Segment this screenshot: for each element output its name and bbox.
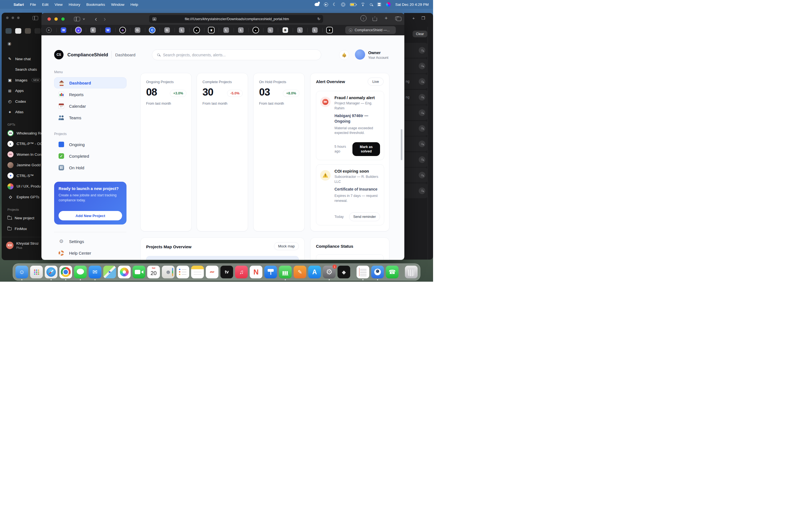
menubar-item-bookmarks[interactable]: Bookmarks [83, 2, 108, 6]
downloads-icon[interactable]: ↓ [360, 15, 366, 21]
new-tab-icon[interactable]: + [412, 16, 415, 21]
gpt-item[interactable]: ✦ CTRL-S™ [2, 171, 42, 181]
nav-item[interactable]: Ongoing [54, 139, 127, 150]
avatar[interactable] [355, 49, 365, 60]
search-icon[interactable] [419, 172, 425, 178]
reload-icon[interactable]: ↻ [317, 17, 320, 21]
pinned-tab[interactable]: L [293, 25, 308, 35]
minimize-window-icon[interactable] [54, 17, 58, 21]
dock-icon-photos[interactable] [118, 266, 131, 278]
search-icon[interactable] [419, 141, 425, 147]
pinned-tab[interactable]: G [130, 25, 145, 35]
dock-separator[interactable] [402, 266, 402, 278]
dock-icon-mail[interactable]: ✉ [89, 266, 101, 278]
sidebar-toggle-icon[interactable] [33, 16, 38, 20]
nav-item[interactable]: Teams [54, 112, 127, 123]
pinned-tab[interactable]: L [263, 25, 278, 35]
send-reminder-button[interactable]: Send reminder [349, 212, 380, 221]
battery-icon[interactable] [350, 3, 356, 6]
list-item[interactable] [404, 184, 428, 198]
dock-icon-freeform[interactable]: ~ [206, 266, 218, 278]
list-item[interactable] [404, 121, 428, 136]
search-input[interactable]: Search projects, documents, alerts... [152, 49, 321, 60]
nav-item[interactable]: ✓ Completed [54, 150, 127, 162]
gpt-item[interactable]: FR Wholesaling Re [2, 128, 42, 138]
gpt-item[interactable]: Jasmine Godd [2, 160, 42, 171]
menubar-item-view[interactable]: View [52, 2, 66, 6]
sidebar-item[interactable]: ✦ Atlas [2, 107, 42, 118]
back-button[interactable]: ‹ [95, 16, 97, 23]
sidebar-item-new-project[interactable]: New project [2, 213, 42, 224]
tab-overview-icon[interactable]: ❐ [421, 16, 425, 21]
pinned-tab[interactable]: ▲ [189, 25, 204, 35]
dock-icon-messages[interactable] [74, 266, 87, 278]
menubar-app-name[interactable]: Safari [11, 2, 27, 6]
sidebar-item-finmox[interactable]: FinMox [2, 223, 42, 234]
gpt-item[interactable]: UI / UX, Produ [2, 181, 42, 192]
play-circle-icon[interactable]: ▶ [324, 2, 328, 6]
dock-icon-phone[interactable]: ☎ [386, 266, 398, 278]
notifications-button[interactable] [339, 50, 349, 60]
search-icon[interactable] [419, 94, 425, 101]
sidebar-item[interactable]: ⊞ Apps [2, 86, 42, 97]
dock-icon-finder[interactable]: ☺ [15, 266, 28, 278]
airdrop-icon[interactable] [341, 2, 345, 6]
dock-icon-launchpad[interactable] [30, 266, 43, 278]
nav-item[interactable]: Help Center [54, 247, 127, 259]
live-badge[interactable]: Live [367, 78, 383, 86]
dock-icon-news[interactable]: N [250, 266, 262, 278]
pinned-tab[interactable]: W [101, 25, 115, 35]
list-item[interactable]: ng [404, 74, 428, 89]
window-controls[interactable] [47, 17, 64, 21]
scrollbar[interactable] [401, 129, 402, 160]
new-tab-icon[interactable]: + [383, 15, 389, 21]
dock-icon-trash[interactable] [405, 266, 418, 278]
privacy-shield-icon[interactable] [153, 17, 156, 21]
list-item[interactable] [404, 167, 428, 182]
gpt-item[interactable]: FMG Women In Con [2, 149, 42, 160]
pinned-tab[interactable]: W [56, 25, 71, 35]
gpt-item[interactable]: ◇ Explore GPTs [2, 192, 42, 202]
gpt-item[interactable]: ▸ CTRL-P™ - OG [2, 138, 42, 149]
left-window-toolbar-icons[interactable] [5, 28, 41, 34]
pinned-tab[interactable]: ◆ [41, 25, 56, 35]
sidebar-item[interactable]: ▣ Images NEW [2, 75, 42, 86]
pinned-tab[interactable]: E [86, 25, 101, 35]
close-window-icon[interactable] [47, 17, 51, 21]
control-center-icon[interactable] [377, 2, 381, 6]
share-icon[interactable] [373, 17, 377, 21]
add-new-project-button[interactable]: Add New Project [59, 211, 122, 220]
list-item[interactable]: ng [404, 90, 428, 105]
pinned-tab[interactable]: L [307, 25, 322, 35]
pinned-tab[interactable]: ♕ [204, 25, 219, 35]
nav-item[interactable]: On Hold [54, 162, 127, 173]
list-item[interactable] [404, 152, 428, 167]
tab-complianceshield[interactable]: ◆ ComplianceShield —... [345, 26, 396, 34]
sidebar-item[interactable]: Search chats [2, 64, 42, 75]
dock-icon-facetime[interactable] [133, 266, 145, 278]
pinned-tab[interactable]: L [234, 25, 249, 35]
nav-item[interactable]: Dashboard [54, 77, 127, 88]
dock-icon-reminders[interactable] [176, 266, 189, 278]
background-window-right[interactable]: + ❐ Clear ng ng [404, 13, 433, 260]
sidebar-item[interactable]: ✎ New chat [2, 54, 42, 64]
dock-icon-pages[interactable]: ✎ [294, 266, 306, 278]
dock-icon-apple-tv[interactable]: tv [220, 266, 233, 278]
nav-item[interactable]: ⚙ Settings [54, 236, 127, 247]
dock-icon-keynote[interactable] [264, 266, 277, 278]
list-item[interactable] [404, 43, 428, 58]
search-icon[interactable] [419, 47, 425, 54]
menubar-item-file[interactable]: File [27, 2, 39, 6]
dock-icon-system-settings[interactable]: ⚙ 1 [323, 266, 336, 278]
window-controls-inactive[interactable] [6, 17, 19, 19]
focus-moon-icon[interactable]: ☾ [333, 2, 336, 7]
background-chatgpt-window[interactable]: ✳ ✎ New chat Search chats ▣ Images NEW [2, 13, 42, 260]
url-text[interactable]: file:///Users/khrystalstrozier/Downloads… [159, 17, 315, 21]
list-item[interactable] [404, 136, 428, 151]
account-row[interactable]: KH Khrystal Stroz Plus [2, 239, 42, 252]
dock-icon-app-store[interactable]: A [308, 266, 321, 278]
nav-item[interactable]: Calendar [54, 101, 127, 112]
sidebar-toggle-icon[interactable] [74, 17, 80, 21]
pinned-tab[interactable]: ▲ [71, 25, 86, 35]
pinned-tab[interactable]: L [219, 25, 234, 35]
